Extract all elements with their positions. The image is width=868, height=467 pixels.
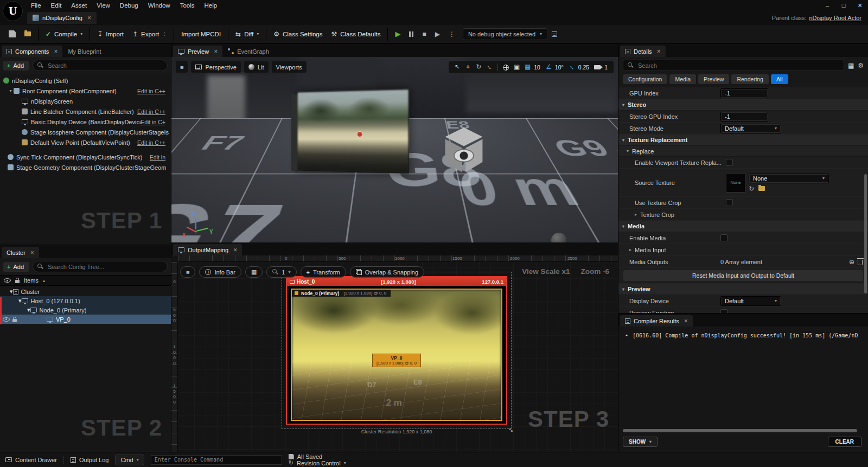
perspective-dropdown[interactable]: Perspective bbox=[191, 61, 240, 73]
property-row-stereo-gpu-index[interactable]: Stereo GPU Index -1 bbox=[618, 111, 868, 123]
chevron-down-icon[interactable]: ▾ bbox=[18, 297, 22, 304]
zoom-dropdown[interactable]: 1 ▾ bbox=[266, 266, 296, 278]
property-row-use-texture-crop[interactable]: Use Texture Crop bbox=[618, 197, 868, 209]
visibility-icon[interactable] bbox=[3, 317, 10, 322]
section-texture-replacement[interactable]: ▾ Texture Replacement bbox=[618, 135, 868, 146]
scale-tool-icon[interactable]: ↔ bbox=[484, 61, 496, 73]
display-filter-icon[interactable]: ▦ bbox=[848, 62, 854, 69]
content-drawer-button[interactable]: Content Drawer bbox=[5, 457, 57, 463]
tab-details[interactable]: Details × bbox=[620, 46, 666, 57]
clear-button[interactable]: CLEAR bbox=[828, 437, 861, 447]
horizontal-scrollbar[interactable] bbox=[623, 429, 857, 432]
property-row-texture-crop[interactable]: ▸ Texture Crop bbox=[618, 209, 868, 221]
lit-dropdown[interactable]: Lit bbox=[244, 61, 269, 73]
scale-snap-icon[interactable]: ↔ bbox=[566, 61, 578, 73]
section-stereo[interactable]: ▾ Stereo bbox=[618, 99, 868, 111]
debug-filter-button[interactable] bbox=[547, 29, 561, 40]
overlap-snapping-dropdown[interactable]: Overlap & Snapping bbox=[350, 266, 424, 278]
chevron-down-icon[interactable]: ▾ bbox=[80, 31, 82, 36]
preview-frustum-checkbox[interactable] bbox=[720, 309, 727, 313]
cluster-row-node[interactable]: ▾ Node_0 (Primary) bbox=[0, 305, 171, 315]
maximize-button[interactable]: □ bbox=[835, 0, 852, 11]
chevron-down-icon[interactable]: ▾ bbox=[27, 306, 30, 314]
section-media[interactable]: ▾ Media bbox=[618, 221, 868, 232]
property-row-stereo-mode[interactable]: Stereo Mode Default ▾ bbox=[618, 123, 868, 135]
component-row-synctick[interactable]: Sync Tick Component (DisplayClusterSyncT… bbox=[0, 152, 171, 162]
tab-preview[interactable]: Preview × bbox=[173, 46, 222, 57]
reset-media-button[interactable]: Reset Media Input and Output to Default bbox=[623, 270, 863, 281]
property-row-preview-frustum[interactable]: Preview Frustum bbox=[618, 307, 868, 313]
kebab-icon[interactable]: ⋮ bbox=[162, 31, 167, 36]
cluster-row-host[interactable]: ▾ Host_0 (127.0.0.1) bbox=[0, 296, 171, 305]
viewport-label-box[interactable]: VP_0 [1,920 x 1,080] @ 0, 0 bbox=[372, 354, 421, 367]
property-row-source-texture[interactable]: Source Texture None None ▾ ↻ bbox=[618, 169, 868, 197]
edit-in-cpp-link[interactable]: Edit in bbox=[150, 154, 169, 161]
component-row-stagegeometry[interactable]: Stage Geometry Component (DisplayCluster… bbox=[0, 162, 171, 172]
cluster-row-cluster[interactable]: ▾ Cluster bbox=[0, 287, 171, 296]
tab-my-blueprint[interactable]: My Blueprint bbox=[63, 46, 106, 57]
components-search-input[interactable] bbox=[47, 62, 163, 69]
settings-gear-icon[interactable]: ⚙ bbox=[858, 62, 864, 69]
grid-snap-icon[interactable]: ▦ bbox=[522, 64, 533, 71]
close-icon[interactable]: × bbox=[54, 48, 58, 55]
gpu-index-input[interactable]: -1 bbox=[720, 88, 768, 98]
source-texture-dropdown[interactable]: None ▾ bbox=[749, 174, 829, 183]
grid-snap-value[interactable]: 10 bbox=[534, 64, 540, 71]
menu-edit[interactable]: Edit bbox=[46, 0, 67, 11]
scale-snap-value[interactable]: 0.25 bbox=[578, 64, 589, 71]
close-icon[interactable]: × bbox=[87, 14, 91, 22]
import-mpcdi-button[interactable]: Import MPCDI bbox=[177, 28, 225, 40]
output-mapping-canvas[interactable]: 0 500 1000 1500 2000 2500 0 500 1000 150… bbox=[171, 255, 618, 452]
host-header[interactable]: Host_0 [1,920 x 1,080] 127.0.0.1 bbox=[287, 277, 506, 286]
browse-asset-icon[interactable] bbox=[758, 186, 765, 191]
property-row-media-input[interactable]: ▸ Media Input bbox=[618, 244, 868, 256]
component-row-self[interactable]: nDisplayConfig (Self) bbox=[0, 75, 171, 86]
chevron-down-icon[interactable]: ▾ bbox=[257, 31, 259, 36]
chevron-right-icon[interactable]: ▸ bbox=[629, 247, 631, 252]
unlock-icon[interactable] bbox=[12, 319, 17, 322]
stop-button[interactable]: ■ bbox=[418, 28, 430, 41]
all-saved-button[interactable]: All Saved bbox=[289, 453, 346, 460]
rotation-snap-icon[interactable]: ∠ bbox=[544, 64, 554, 71]
filter-rendering[interactable]: Rendering bbox=[731, 74, 768, 84]
grid-layout-button[interactable]: ▦ bbox=[245, 266, 263, 278]
info-bar-toggle[interactable]: i Info Bar bbox=[199, 266, 241, 278]
viewports-dropdown[interactable]: Viewports bbox=[272, 61, 307, 73]
stereo-mode-dropdown[interactable]: Default ▾ bbox=[720, 124, 781, 133]
tab-ndisplayconfig[interactable]: nDisplayConfig × bbox=[27, 12, 97, 24]
move-tool-icon[interactable]: + bbox=[463, 64, 473, 71]
frame-skip-button[interactable]: ▶ bbox=[431, 28, 444, 41]
compiler-message-row[interactable]: • [0616.60] Compile of nDisplayConfig su… bbox=[618, 327, 868, 340]
import-button[interactable]: ↧ Import bbox=[93, 28, 128, 40]
component-row-root[interactable]: ▾ Root Component (RootComponent) Edit in… bbox=[0, 86, 171, 96]
subsection-replace[interactable]: ▾ Replace bbox=[618, 146, 868, 157]
visibility-icon[interactable] bbox=[4, 278, 11, 283]
view-origin-gizmo[interactable] bbox=[442, 127, 486, 174]
compile-button[interactable]: ✓ Compile ▾ bbox=[41, 28, 87, 40]
parent-class-link[interactable]: nDisplay Root Actor bbox=[809, 15, 861, 21]
diff-button[interactable]: ⇆ Diff ▾ bbox=[231, 28, 263, 40]
property-row-enable-media[interactable]: Enable Media bbox=[618, 232, 868, 244]
debug-object-dropdown[interactable]: No debug object selected ▾ bbox=[463, 28, 547, 40]
details-scrollbar[interactable] bbox=[864, 174, 867, 293]
node-header[interactable]: Node_0 (Primary) [1,920 x 1,080] @ 0, 0 bbox=[292, 290, 391, 297]
component-row-screen[interactable]: nDisplayScreen bbox=[0, 96, 171, 106]
chevron-up-icon[interactable]: ▴ bbox=[43, 278, 45, 283]
edit-in-cpp-link[interactable]: Edit in C++ bbox=[137, 139, 169, 146]
class-settings-button[interactable]: ⚙ Class Settings bbox=[269, 28, 327, 40]
edit-in-cpp-link[interactable]: Edit in C++ bbox=[137, 108, 169, 115]
cluster-row-viewport[interactable]: VP_0 bbox=[0, 315, 171, 324]
close-icon[interactable]: × bbox=[214, 48, 218, 55]
rotation-snap-value[interactable]: 10° bbox=[555, 64, 564, 71]
add-cluster-item-button[interactable]: + Add bbox=[3, 262, 29, 272]
export-button[interactable]: ↥ Export ⋮ bbox=[128, 28, 171, 40]
use-texture-crop-checkbox[interactable] bbox=[726, 199, 733, 206]
filter-all[interactable]: All bbox=[771, 74, 788, 84]
world-space-icon[interactable] bbox=[503, 65, 509, 71]
play-options-button[interactable]: ⋮ bbox=[444, 28, 459, 41]
revision-control-button[interactable]: ↻ Revision Control ▾ bbox=[289, 460, 346, 466]
lock-icon[interactable] bbox=[15, 280, 20, 283]
delete-elements-icon[interactable] bbox=[858, 260, 863, 265]
close-icon[interactable]: × bbox=[684, 317, 688, 325]
surface-snap-icon[interactable]: ▣ bbox=[512, 64, 522, 71]
